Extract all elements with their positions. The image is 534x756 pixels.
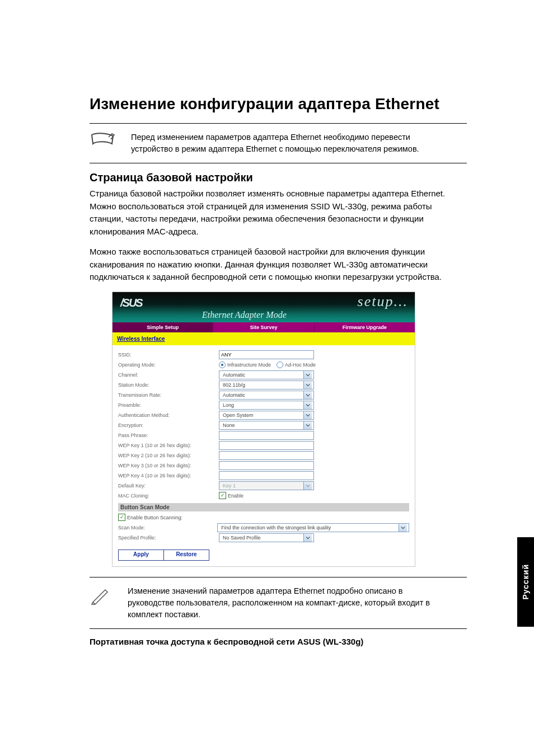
radio-adhoc-label: Ad-Hoc Mode [285, 362, 316, 368]
ui-form: SSID: Operating Mode: Infrastructure Mod… [113, 345, 415, 566]
chevron-down-icon [399, 524, 407, 532]
tab-firmware-upgrade[interactable]: Firmware Upgrade [315, 322, 415, 332]
note-icon [90, 132, 115, 149]
wep2-input[interactable] [219, 451, 314, 460]
divider [90, 123, 467, 124]
label-encryption: Encryption: [118, 422, 219, 428]
channel-select[interactable]: Automatic [219, 370, 314, 379]
ui-banner: /SUS Ethernet Adapter Mode setup... [113, 292, 415, 322]
profile-select[interactable]: No Saved Profile [219, 533, 314, 542]
footer-title: Портативная точка доступа к беспроводной… [90, 637, 467, 646]
passphrase-input[interactable] [219, 431, 314, 440]
tx-value: Automatic [221, 392, 303, 398]
profile-value: No Saved Profile [221, 535, 303, 541]
label-operating-mode: Operating Mode: [118, 362, 219, 368]
chevron-down-icon [303, 381, 312, 389]
note-block-1: Перед изменением параметров адаптера Eth… [90, 128, 467, 161]
auth-value: Open System [221, 412, 303, 418]
page-title: Изменение конфигурации адаптера Ethernet [90, 95, 467, 113]
enable-scanning-label: Enable Button Scanning: [127, 515, 182, 520]
label-mac-cloning: MAC Cloning: [118, 493, 219, 499]
label-channel: Channel: [118, 372, 219, 378]
mac-cloning-checkbox[interactable]: Enable [219, 492, 243, 499]
restore-button[interactable]: Restore [164, 550, 209, 561]
section-button-scan-mode: Button Scan Mode [118, 503, 409, 511]
wep1-input[interactable] [219, 441, 314, 450]
label-scan-mode: Scan Mode: [118, 525, 217, 530]
label-station-mode: Station Mode: [118, 382, 219, 388]
setup-text: setup... [358, 293, 408, 310]
station-mode-select[interactable]: 802.11b/g [219, 381, 314, 389]
pencil-icon [90, 585, 112, 605]
label-pass-phrase: Pass Phrase: [118, 433, 219, 438]
station-value: 802.11b/g [221, 382, 303, 388]
chevron-down-icon [303, 371, 312, 379]
radio-infra-label: Infrastructure Mode [227, 362, 271, 368]
checkbox-icon [118, 514, 125, 521]
note-text-1: Перед изменением параметров адаптера Eth… [131, 132, 444, 155]
note-block-2: Изменение значений параметров адаптера E… [90, 582, 467, 626]
label-ssid: SSID: [118, 352, 219, 358]
preamble-select[interactable]: Long [219, 401, 314, 410]
radio-dot-icon [277, 361, 283, 368]
label-preamble: Preamble: [118, 402, 219, 408]
label-auth-method: Authentication Method: [118, 412, 219, 418]
subheading: Страница базовой настройки [90, 171, 467, 184]
encryption-select[interactable]: None [219, 421, 314, 430]
scan-mode-value: Find the connection with the strongest l… [219, 525, 399, 530]
mode-title: Ethernet Adapter Mode [202, 310, 287, 320]
channel-value: Automatic [221, 372, 303, 378]
brand-logo: /SUS [120, 297, 142, 309]
label-wep2: WEP Key 2 (10 or 26 hex digits): [118, 453, 219, 458]
chevron-down-icon [303, 534, 312, 542]
chevron-down-icon [303, 411, 312, 419]
mac-enable-label: Enable [228, 493, 243, 499]
ssid-input[interactable] [219, 350, 314, 359]
router-ui: /SUS Ethernet Adapter Mode setup... Simp… [112, 292, 415, 567]
document-page: Изменение конфигурации адаптера Ethernet… [0, 0, 534, 756]
default-key-select[interactable]: Key 1 [219, 481, 314, 490]
wep4-input[interactable] [219, 471, 314, 480]
label-specified-profile: Specified Profile: [118, 535, 219, 541]
tx-rate-select[interactable]: Automatic [219, 391, 314, 400]
checkbox-icon [219, 492, 226, 499]
chevron-down-icon [303, 391, 312, 399]
paragraph-2: Можно также воспользоваться страницей ба… [90, 246, 467, 284]
wep3-input[interactable] [219, 461, 314, 470]
label-wep4: WEP Key 4 (10 or 26 hex digits): [118, 473, 219, 478]
preamble-value: Long [221, 402, 303, 408]
label-wep3: WEP Key 3 (10 or 26 hex digits): [118, 463, 219, 468]
note-text-2: Изменение значений параметров адаптера E… [128, 585, 441, 621]
enable-button-scanning-checkbox[interactable]: Enable Button Scanning: [118, 514, 182, 521]
language-side-tab: Русский [517, 537, 534, 627]
ui-tabs: Simple Setup Site Survey Firmware Upgrad… [113, 322, 415, 332]
auth-select[interactable]: Open System [219, 411, 314, 420]
divider [90, 628, 467, 629]
language-label: Русский [521, 564, 530, 600]
chevron-down-icon [303, 401, 312, 409]
label-transmission-rate: Transmission Rate: [118, 392, 219, 398]
tab-simple-setup[interactable]: Simple Setup [113, 322, 213, 332]
divider [90, 577, 467, 577]
divider [90, 163, 467, 163]
encryption-value: None [221, 422, 303, 428]
paragraph-1: Страница базовой настройки позволяет изм… [90, 187, 467, 238]
section-wireless-interface: Wireless Interface [113, 332, 415, 345]
label-wep1: WEP Key 1 (10 or 26 hex digits): [118, 443, 219, 448]
label-default-key: Default Key: [118, 483, 219, 489]
radio-adhoc[interactable]: Ad-Hoc Mode [277, 361, 316, 368]
radio-dot-icon [219, 361, 226, 368]
apply-button[interactable]: Apply [118, 550, 164, 561]
chevron-down-icon [303, 421, 312, 429]
radio-infrastructure[interactable]: Infrastructure Mode [219, 361, 271, 368]
chevron-down-icon [303, 482, 312, 490]
tab-site-survey[interactable]: Site Survey [213, 322, 314, 332]
scan-mode-select[interactable]: Find the connection with the strongest l… [217, 523, 409, 532]
default-key-value: Key 1 [221, 483, 303, 489]
